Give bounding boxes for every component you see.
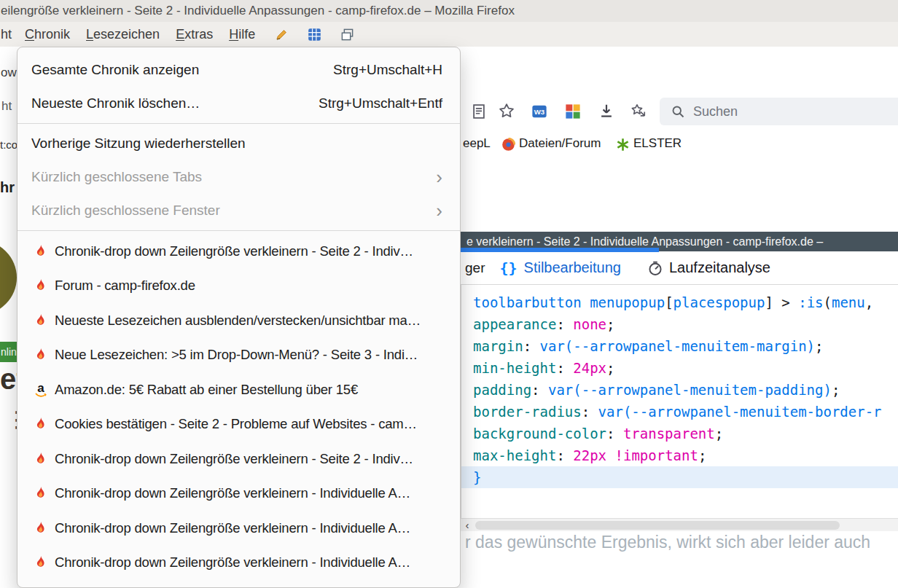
flame-icon: [34, 313, 48, 328]
submenu-chevron-icon: ›: [436, 168, 442, 187]
bookmark-fragment: t:co: [0, 138, 17, 151]
flame-icon: [34, 417, 48, 431]
devtools-tabs: ger {} Stilbearbeitung Laufzeitanalyse: [461, 251, 898, 285]
code-line[interactable]: appearance: none;: [461, 313, 898, 335]
chronik-menu-list: Gesamte Chronik anzeigenStrg+Umschalt+HN…: [17, 53, 460, 580]
menubar: ht ChronikLesezeichenExtrasHilfe: [0, 22, 898, 47]
code-line[interactable]: }: [461, 466, 898, 488]
mosaic-extension-icon[interactable]: [565, 103, 582, 121]
menu-item-label: Chronik-drop down Zeilengröße verkleiner…: [55, 451, 442, 467]
download-icon[interactable]: [598, 103, 616, 120]
code-line[interactable]: border-radius: var(--arrowpanel-menuitem…: [461, 401, 898, 423]
menu-item-label: Chronik-drop down Zeilengröße verkleiner…: [55, 243, 442, 259]
menubar-item-chronik[interactable]: Chronik: [17, 27, 78, 42]
tab-laufzeitanalyse[interactable]: Laufzeitanalyse: [669, 259, 770, 276]
code-line[interactable]: max-height: 22px !important;: [461, 444, 898, 466]
bookmark-dateien-forum[interactable]: Dateien/Forum: [519, 136, 601, 151]
menubar-item-ansicht-fragment[interactable]: ht: [1, 27, 17, 42]
menu-item-shortcut: Strg+Umschalt+H: [333, 62, 442, 78]
submenu-chevron-icon: ›: [436, 201, 442, 220]
page-heading-fragment: hr: [0, 179, 15, 196]
forum-bookmark-icon: [501, 138, 515, 152]
window-title: eilengröße verkleinern - Seite 2 - Indiv…: [1, 4, 515, 17]
flame-icon: [34, 278, 48, 293]
flame-icon: [34, 521, 48, 536]
scrollbar-thumb[interactable]: [475, 521, 840, 530]
menu-item-label: Chronik-drop down Zeilengröße verkleiner…: [55, 554, 442, 571]
history-menu-item[interactable]: Chronik-drop down Zeilengröße verkleiner…: [17, 442, 460, 477]
menu-item-label: Chronik-drop down Zeilengröße verkleiner…: [55, 485, 442, 501]
menu-item-label: Chronik-drop down Zeilengröße verkleiner…: [55, 520, 442, 536]
horizontal-scrollbar[interactable]: ‹: [461, 518, 898, 531]
bookmark-elster[interactable]: ELSTER: [633, 136, 682, 151]
history-menu-item[interactable]: Neueste Lesezeichen ausblenden/verstecke…: [17, 303, 460, 338]
search-input[interactable]: [660, 98, 898, 125]
code-line[interactable]: background-color: transparent;: [461, 423, 898, 444]
history-menu-item[interactable]: Chronik-drop down Zeilengröße verkleiner…: [17, 234, 460, 269]
tab-debugger-fragment[interactable]: ger: [465, 260, 485, 276]
flame-icon: [34, 348, 48, 362]
menu-item-label: Kürzlich geschlossene Tabs: [31, 169, 424, 185]
chronik-menu-item[interactable]: Vorherige Sitzung wiederherstellen: [17, 127, 460, 160]
code-line[interactable]: padding: var(--arrowpanel-menuitem-paddi…: [461, 379, 898, 401]
flame-icon: [34, 452, 48, 466]
windows-icon[interactable]: [340, 28, 354, 42]
history-menu-item[interactable]: Chronik-drop down Zeilengröße verkleiner…: [17, 546, 460, 581]
star-arrow-icon[interactable]: [630, 103, 648, 120]
style-editor-icon: {}: [499, 259, 517, 277]
menu-separator: [17, 123, 460, 124]
avatar: [0, 240, 17, 315]
menu-item-label: Amazon.de: 5€ Rabatt ab einer Bestellung…: [55, 382, 442, 398]
w3-validator-icon[interactable]: W3: [531, 103, 549, 121]
menu-item-label: Vorherige Sitzung wiederherstellen: [31, 136, 442, 152]
menu-item-label: Neueste Chronik löschen…: [31, 95, 307, 111]
menu-item-label: Neueste Lesezeichen ausblenden/verstecke…: [55, 313, 442, 329]
flame-icon: [34, 486, 48, 501]
code-line[interactable]: margin: var(--arrowpanel-menuitem-margin…: [461, 335, 898, 357]
menu-item-label: Forum - camp-firefox.de: [55, 278, 442, 294]
flame-icon: [34, 555, 48, 570]
svg-text:W3: W3: [534, 108, 544, 116]
code-line[interactable]: min-height: 24px;: [461, 357, 898, 379]
menu-item-shortcut: Strg+Umschalt+Entf: [319, 95, 442, 111]
pen-icon[interactable]: [275, 28, 289, 42]
tab-stilbearbeitung[interactable]: Stilbearbeitung: [524, 259, 621, 276]
urlbar-fragment: ht: [1, 99, 12, 114]
menu-item-label: Gesamte Chronik anzeigen: [31, 62, 321, 78]
history-menu-item[interactable]: aAmazon.de: 5€ Rabatt ab einer Bestellun…: [17, 372, 460, 407]
menu-item-label: Cookies bestätigen - Seite 2 - Probleme …: [55, 416, 442, 432]
chronik-menu-item: Kürzlich geschlossene Fenster›: [17, 194, 460, 227]
chronik-menu-item[interactable]: Gesamte Chronik anzeigenStrg+Umschalt+H: [17, 53, 460, 87]
bookmark-star-icon[interactable]: [499, 103, 516, 120]
page-behind-devtools: r das gewünschte Ergebnis, wirkt sich ab…: [461, 531, 898, 588]
flame-icon: [34, 244, 48, 259]
scroll-left-arrow-icon[interactable]: ‹: [461, 519, 474, 532]
menu-item-label: Kürzlich geschlossene Fenster: [31, 203, 424, 219]
history-menu-item[interactable]: Chronik-drop down Zeilengröße verkleiner…: [17, 511, 460, 546]
history-menu-item[interactable]: Neue Lesezeichen: >5 im Drop-Down-Menü? …: [17, 338, 460, 373]
reader-mode-icon[interactable]: [471, 103, 488, 121]
history-menu-item[interactable]: Forum - camp-firefox.de: [17, 269, 460, 304]
menubar-item-lesezeichen[interactable]: Lesezeichen: [78, 27, 168, 42]
menubar-item-extras[interactable]: Extras: [168, 27, 221, 42]
page-text-fragment: r das gewünschte Ergebnis, wirkt sich ab…: [465, 533, 870, 552]
code-line[interactable]: toolbarbutton menupopup[placespopup] > :…: [461, 291, 898, 313]
menubar-item-hilfe[interactable]: Hilfe: [221, 27, 263, 42]
elster-icon: [616, 138, 630, 152]
code-editor[interactable]: toolbarbutton menupopup[placespopup] > :…: [461, 285, 898, 518]
chronik-menu-popup: Gesamte Chronik anzeigenStrg+Umschalt+HN…: [17, 47, 461, 588]
bookmark-deepl-fragment[interactable]: eepL: [463, 136, 491, 151]
chronik-menu-item[interactable]: Neueste Chronik löschen…Strg+Umschalt+En…: [17, 87, 460, 120]
history-menu-item[interactable]: Chronik-drop down Zeilengröße verkleiner…: [17, 477, 460, 511]
amazon-icon: a: [34, 383, 48, 397]
grid-icon[interactable]: [308, 28, 321, 42]
window-titlebar: eilengröße verkleinern - Seite 2 - Indiv…: [0, 0, 898, 22]
menubar-items: ChronikLesezeichenExtrasHilfe: [17, 27, 263, 42]
chronik-menu-item: Kürzlich geschlossene Tabs›: [17, 160, 460, 194]
menu-item-label: Neue Lesezeichen: >5 im Drop-Down-Menü? …: [55, 347, 442, 363]
history-menu-item[interactable]: Cookies bestätigen - Seite 2 - Probleme …: [17, 407, 460, 442]
menu-separator: [17, 230, 460, 231]
performance-gauge-icon: [647, 260, 663, 276]
active-tab-indicator: [461, 248, 659, 252]
devtools-title: e verkleinern - Seite 2 - Individuelle A…: [466, 235, 823, 248]
